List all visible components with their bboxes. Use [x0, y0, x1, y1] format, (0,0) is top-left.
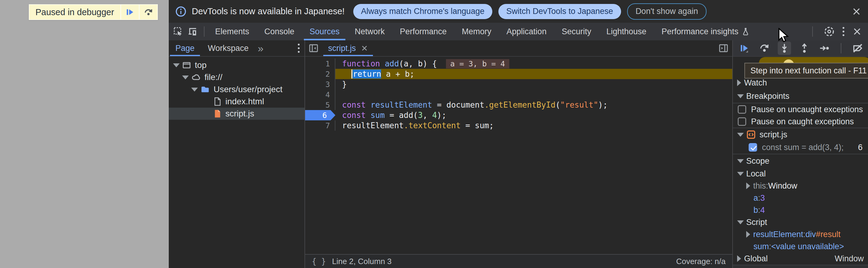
code-line-1: 1 function add(a, b) {a = 3, b = 4 — [305, 59, 732, 69]
scope-var-resultelement[interactable]: resultElement: div#result — [733, 228, 868, 240]
expander-down-icon[interactable] — [182, 76, 189, 80]
tab-security[interactable]: Security — [554, 23, 599, 40]
navigator-tab-page[interactable]: Page — [169, 40, 201, 56]
tab-memory[interactable]: Memory — [454, 23, 499, 40]
tab-application[interactable]: Application — [499, 23, 554, 40]
code-editor[interactable]: 1 function add(a, b) {a = 3, b = 4 2 ret… — [305, 57, 732, 254]
breakpoint-group-script-js[interactable]: script.js — [733, 128, 868, 141]
line-number-7[interactable]: 7 — [305, 120, 335, 131]
step-into-button[interactable] — [778, 41, 791, 55]
cloud-icon — [191, 72, 201, 82]
toolbar-divider — [812, 26, 813, 37]
switch-to-japanese-button[interactable]: Switch DevTools to Japanese — [498, 4, 621, 19]
file-icon — [213, 97, 222, 106]
scope-var-this[interactable]: this: Window — [733, 180, 868, 192]
match-chrome-language-button[interactable]: Always match Chrome's language — [353, 4, 492, 19]
three-dot-menu-icon — [842, 27, 844, 36]
breakpoint-execution-marker[interactable]: 6 — [305, 110, 335, 120]
tab-performance[interactable]: Performance — [392, 23, 455, 40]
step-out-icon — [799, 42, 810, 54]
line-number-3[interactable]: 3 — [305, 79, 335, 89]
scope-var-b[interactable]: b: 4 — [733, 204, 868, 216]
pause-uncaught-exceptions-row[interactable]: Pause on uncaught exceptions — [733, 103, 868, 116]
line-number-5[interactable]: 5 — [305, 100, 335, 110]
folder-icon — [200, 85, 210, 94]
tab-sources[interactable]: Sources — [302, 23, 347, 40]
pause-caught-exceptions-row[interactable]: Pause on caught exceptions — [733, 116, 868, 128]
editor-tab-script-js[interactable]: script.js — [322, 40, 374, 56]
inspect-cursor-icon — [173, 26, 183, 37]
sources-panel: Page Workspace » top — [169, 40, 868, 268]
dont-show-again-button[interactable]: Don't show again — [627, 3, 707, 20]
tree-item-top[interactable]: top — [169, 59, 305, 71]
toggle-navigator-button[interactable] — [305, 43, 322, 53]
device-toolbar-button[interactable] — [188, 26, 198, 37]
checkbox-checked[interactable] — [749, 143, 757, 152]
tab-elements[interactable]: Elements — [208, 23, 257, 40]
resume-script-button[interactable] — [120, 5, 139, 20]
checkbox-unchecked[interactable] — [738, 105, 746, 114]
navigator-tab-workspace[interactable]: Workspace — [201, 40, 255, 56]
pretty-print-icon[interactable]: { } — [312, 257, 326, 266]
section-call-stack[interactable]: Call Stack — [733, 265, 868, 268]
debugger-sidebar: Step into next function call - F11 - ⌘ ;… — [732, 40, 868, 268]
tab-console[interactable]: Console — [257, 23, 302, 40]
tree-item-project-folder[interactable]: Users/user/project — [169, 83, 305, 95]
notification-message: DevTools is now available in Japanese! — [192, 6, 345, 17]
section-breakpoints[interactable]: Breakpoints — [733, 89, 868, 103]
line-number-4[interactable]: 4 — [305, 89, 335, 100]
step-into-icon — [779, 42, 790, 54]
devtools-menu-button[interactable] — [842, 27, 844, 36]
notification-close-button[interactable] — [851, 7, 861, 17]
section-scope[interactable]: Scope — [733, 154, 868, 168]
step-into-tooltip: Step into next function call - F11 - ⌘ ; — [744, 63, 868, 79]
deactivate-breakpoints-button[interactable] — [851, 41, 864, 55]
toggle-debugger-sidebar-button[interactable] — [718, 43, 728, 53]
device-toolbar-icon — [188, 26, 198, 37]
step-over-button[interactable] — [758, 41, 771, 55]
navigator-menu-button[interactable] — [298, 44, 300, 53]
editor-pane: script.js 1 function add(a, b) — [305, 40, 732, 268]
step-out-button[interactable] — [798, 41, 811, 55]
breakpoint-line-number: 6 — [858, 143, 863, 152]
tree-item-script-js[interactable]: script.js — [169, 108, 305, 120]
scope-group-local[interactable]: Local — [733, 168, 868, 180]
expander-down-icon — [737, 172, 744, 176]
devtools-close-button[interactable] — [852, 27, 862, 36]
scope-group-global[interactable]: Global Window — [733, 252, 868, 265]
resume-icon — [739, 43, 750, 54]
step-icon — [818, 42, 830, 54]
breakpoint-entry[interactable]: const sum = add(3, 4); 6 — [733, 141, 868, 154]
line-number-1[interactable]: 1 — [305, 59, 335, 69]
line-number-2[interactable]: 2 — [305, 69, 335, 79]
tree-item-index-html[interactable]: index.html — [169, 95, 305, 108]
inspect-element-button[interactable] — [173, 26, 183, 37]
scope-group-script[interactable]: Script — [733, 216, 868, 228]
scope-var-sum[interactable]: sum: <value unavailable> — [733, 240, 868, 252]
tree-item-file-protocol[interactable]: file:// — [169, 71, 305, 83]
paused-in-debugger-badge: Paused in debugger — [29, 4, 158, 20]
tab-network[interactable]: Network — [347, 23, 392, 40]
scope-var-a[interactable]: a: 3 — [733, 192, 868, 204]
resume-script-button[interactable] — [738, 41, 751, 55]
close-icon[interactable] — [361, 44, 368, 52]
navigator-more-tabs-button[interactable]: » — [255, 42, 266, 54]
code-line-6-breakpoint: 6 const sum = add(3, 4); — [305, 110, 732, 120]
gear-icon — [824, 26, 835, 37]
panel-right-icon — [718, 43, 728, 53]
settings-button[interactable] — [824, 26, 835, 37]
screen: Paused in debugger DevTools is now avail… — [0, 0, 868, 268]
coverage-label: Coverage: n/a — [676, 257, 725, 266]
tab-lighthouse[interactable]: Lighthouse — [599, 23, 654, 40]
checkbox-unchecked[interactable] — [738, 117, 746, 126]
expander-down-icon — [737, 94, 744, 98]
expander-down-icon[interactable] — [173, 63, 180, 67]
code-line-2-paused: 2 return a + b; — [305, 69, 732, 79]
expander-down-icon[interactable] — [191, 88, 198, 92]
step-button[interactable] — [818, 41, 831, 55]
tab-performance-insights[interactable]: Performance insights — [654, 23, 758, 40]
navigator-tabbar: Page Workspace » — [169, 40, 305, 57]
step-over-button-badge[interactable] — [139, 5, 157, 20]
code-line-7: 7 resultElement.textContent = sum; — [305, 120, 732, 131]
expander-right-icon — [746, 182, 750, 189]
